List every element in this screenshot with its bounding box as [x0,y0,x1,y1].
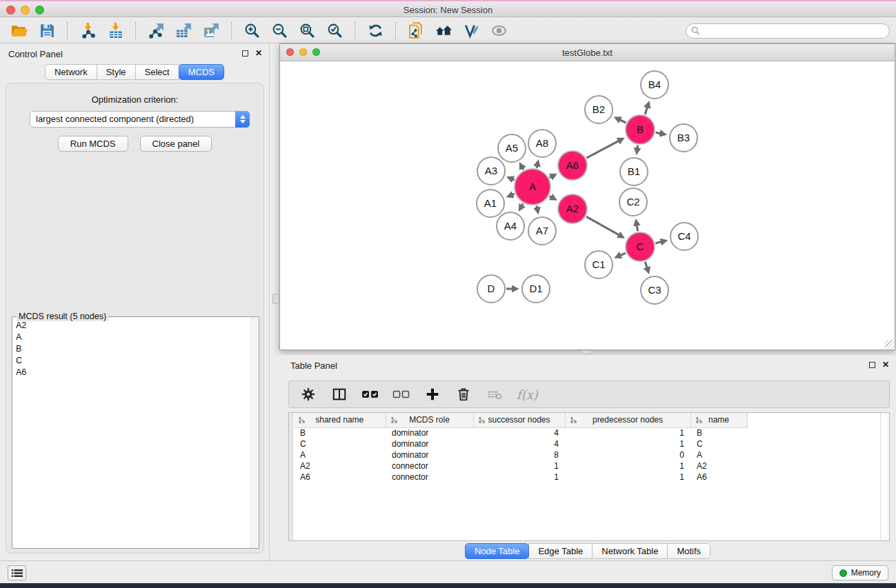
mcds-result-item[interactable]: A2 [13,320,250,332]
graph-edge-A-A2[interactable] [550,196,552,198]
graph-edge-B-B1[interactable] [637,145,638,149]
graph-edge-C-C4[interactable] [655,242,661,243]
run-mcds-button[interactable]: Run MCDS [58,136,128,152]
delete-table-icon [486,385,504,403]
graph-node-label-B1: B1 [628,165,640,177]
tab-network[interactable]: Network [45,64,97,80]
import-network-icon[interactable] [74,21,101,41]
graph-edge-A6-B[interactable] [586,141,619,158]
export-table-icon[interactable] [170,21,197,41]
table-row[interactable]: Adominator80A [294,449,747,460]
graph-node-label-B4: B4 [648,79,661,90]
mcds-result-scrollbar[interactable] [250,317,259,548]
table-tab-network-table[interactable]: Network Table [592,543,668,559]
graph-edge-C-C1[interactable] [620,253,626,255]
export-image-icon[interactable] [197,21,225,41]
select-all-icon[interactable] [361,385,379,403]
import-table-icon[interactable] [101,21,129,41]
close-panel-icon[interactable]: ✕ [255,50,262,57]
horizontal-splitter-handle[interactable] [581,350,592,354]
tab-select[interactable]: Select [135,64,179,80]
graph-edge-A-A8[interactable] [537,166,537,168]
table-scrollbar[interactable] [880,413,889,540]
open-file-icon[interactable] [6,21,33,41]
column-header-successor-nodes[interactable]: successor nodes [473,413,565,427]
show-graphics-details-icon[interactable] [457,21,485,41]
window-resize-grip[interactable] [885,340,894,349]
column-header-MCDS-role[interactable]: MCDS role [386,413,473,427]
close-table-panel-icon[interactable]: ✕ [882,361,889,368]
table-cell: B [294,427,386,438]
float-table-panel-icon[interactable] [869,362,875,368]
table-cell: C [690,438,747,449]
graph-node-label-C2: C2 [626,196,639,207]
graph-edge-B-B2[interactable] [620,120,626,123]
network-canvas[interactable]: B4B2BB3A5A8A6B1A3AC2A1A2A4A7C4CC1C3DD1 [280,61,895,349]
graph-edge-C-C3[interactable] [645,262,647,268]
add-row-icon[interactable] [424,385,441,403]
table-cell: connector [386,472,473,483]
table-row[interactable]: A6connector11A6 [294,472,747,483]
column-header-name[interactable]: name [690,413,747,427]
table-panel-title: Table Panel [290,361,337,371]
graph-edge-A-A3[interactable] [512,179,515,180]
float-panel-icon[interactable] [242,50,248,57]
zoom-fit-icon[interactable] [293,21,321,41]
search-input[interactable] [686,23,890,39]
new-network-from-selection-icon[interactable] [402,21,430,41]
graph-edge-B-B4[interactable] [645,107,647,114]
graph-edge-A-A4[interactable] [522,203,524,205]
delete-row-icon[interactable] [455,385,472,403]
toolbar-separator [395,22,396,40]
toggle-column-icon[interactable] [330,385,348,403]
graph-edge-A-A1[interactable] [512,194,515,194]
table-tab-motifs[interactable]: Motifs [667,543,710,559]
mcds-result-item[interactable]: A [13,332,250,343]
criterion-selected-value: largest connected component (directed) [36,114,194,124]
search-icon [691,26,700,35]
graph-node-label-C3: C3 [648,284,661,296]
apply-layout-icon[interactable] [361,21,389,41]
table-panel: Table Panel ✕ f(x) shared nameMCDS roles… [279,355,896,560]
graph-edge-A2-C[interactable] [586,216,619,235]
home-icon[interactable] [430,21,457,41]
table-tabs: Node TableEdge TableNetwork TableMotifs [279,543,896,559]
table-row[interactable]: Cdominator41C [294,438,747,449]
vertical-splitter-handle[interactable] [272,294,279,304]
close-panel-button[interactable]: Close panel [140,136,212,152]
save-icon[interactable] [33,21,61,41]
table-cell: 1 [473,472,565,483]
tab-mcds[interactable]: MCDS [179,64,224,80]
settings-gear-icon[interactable] [299,385,317,403]
criterion-select[interactable]: largest connected component (directed) [30,111,250,128]
zoom-in-icon[interactable] [238,21,266,41]
memory-button[interactable]: Memory [832,565,888,580]
export-network-icon[interactable] [142,21,170,41]
graph-edge-A-A6[interactable] [550,176,552,177]
tab-style[interactable]: Style [97,64,136,80]
network-graph: B4B2BB3A5A8A6B1A3AC2A1A2A4A7C4CC1C3DD1 [280,61,895,349]
task-history-button[interactable] [8,565,26,580]
table-tab-edge-table[interactable]: Edge Table [528,543,593,559]
deselect-all-icon[interactable] [392,385,410,403]
table-tab-node-table[interactable]: Node Table [465,543,530,559]
table-cell: A6 [294,472,386,483]
table-row[interactable]: A2connector11A2 [294,460,747,472]
table-row[interactable]: Bdominator41B [294,427,747,438]
table-toolbar: f(x) [288,381,890,408]
graph-edge-C-C2[interactable] [637,225,637,232]
select-stepper-icon [235,111,250,128]
mcds-result-item[interactable]: A6 [13,367,250,378]
column-header-predecessor-nodes[interactable]: predecessor nodes [565,413,690,427]
column-header-shared-name[interactable]: shared name [294,413,386,427]
graph-edge-B-B3[interactable] [656,132,661,133]
mcds-result-item[interactable]: C [13,355,250,367]
toolbar-group [361,21,389,41]
mcds-result-item[interactable]: B [13,343,250,355]
birds-eye-view-icon[interactable] [485,21,512,41]
graph-edge-A-A5[interactable] [522,168,523,170]
zoom-out-icon[interactable] [266,21,293,41]
graph-node-label-A4: A4 [504,220,517,232]
zoom-selected-icon[interactable] [321,21,348,41]
graph-edge-A-A7[interactable] [537,205,537,207]
